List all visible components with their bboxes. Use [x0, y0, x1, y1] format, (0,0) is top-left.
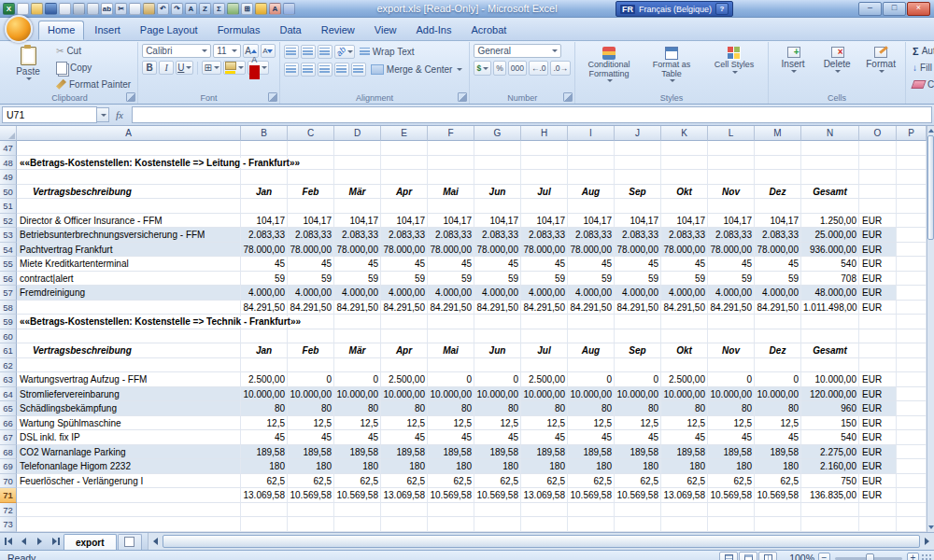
cell-J54[interactable]: 78.000,00: [615, 243, 661, 258]
cell-C47[interactable]: [288, 141, 334, 156]
cell-E52[interactable]: 104,17: [381, 214, 428, 229]
cell-D63[interactable]: 0: [334, 372, 381, 387]
cell-N70[interactable]: 750: [801, 474, 859, 489]
cell-K57[interactable]: 4.000,00: [661, 286, 708, 301]
cell-B69[interactable]: 180: [241, 459, 288, 474]
cell-F70[interactable]: 62,5: [428, 474, 474, 489]
cell-C68[interactable]: 189,58: [288, 445, 334, 460]
cell-P51[interactable]: [897, 199, 927, 214]
cell-G48[interactable]: [474, 156, 521, 171]
cell-I59[interactable]: [568, 315, 615, 329]
horizontal-scrollbar[interactable]: [148, 533, 934, 550]
cell-F68[interactable]: 189,58: [428, 445, 474, 460]
cell-F72[interactable]: [428, 503, 474, 518]
wrap-text-button[interactable]: Wrap Text: [357, 44, 417, 59]
cell-G50[interactable]: Jun: [474, 185, 521, 200]
cell-H66[interactable]: 12,5: [521, 416, 568, 431]
cell-B57[interactable]: 4.000,00: [241, 286, 288, 301]
cell-P61[interactable]: [897, 343, 927, 358]
qat-quick-print-icon[interactable]: [73, 3, 85, 15]
cell-P70[interactable]: [897, 474, 927, 489]
cell-H57[interactable]: 4.000,00: [521, 286, 568, 301]
cell-H56[interactable]: 59: [521, 272, 568, 287]
cell-L67[interactable]: 45: [708, 430, 755, 445]
row-header-56[interactable]: 56: [0, 272, 17, 287]
row-header-71[interactable]: 71: [0, 488, 17, 503]
cell-H71[interactable]: 13.069,58: [521, 488, 568, 503]
cell-E50[interactable]: Apr: [381, 185, 428, 200]
cell-J72[interactable]: [615, 503, 661, 518]
cell-E49[interactable]: [381, 170, 428, 185]
maximize-button[interactable]: □: [883, 2, 906, 16]
cell-D73[interactable]: [334, 517, 381, 532]
office-button[interactable]: [5, 15, 33, 43]
cell-D59[interactable]: [334, 315, 381, 329]
cell-P57[interactable]: [897, 286, 927, 301]
cell-I71[interactable]: 10.569,58: [568, 488, 615, 503]
column-header-A[interactable]: A: [17, 126, 241, 141]
cell-C60[interactable]: [288, 329, 334, 344]
qat-font-color-icon[interactable]: A: [269, 3, 281, 15]
cell-C55[interactable]: 45: [288, 257, 334, 272]
ribbon-tab-acrobat[interactable]: Acrobat: [461, 21, 516, 40]
cell-J64[interactable]: 10.000,00: [615, 387, 661, 402]
row-header-55[interactable]: 55: [0, 257, 17, 272]
qat-sort-ascending-icon[interactable]: A: [185, 3, 197, 15]
cell-O63[interactable]: EUR: [859, 372, 897, 387]
cell-F47[interactable]: [428, 141, 474, 156]
cell-J53[interactable]: 2.083,33: [615, 228, 661, 243]
format-as-table-button[interactable]: Format as Table: [642, 44, 701, 91]
cell-F67[interactable]: 45: [428, 430, 474, 445]
format-cells-button[interactable]: Format: [860, 44, 901, 91]
cell-D72[interactable]: [334, 503, 381, 518]
cell-K54[interactable]: 78.000,00: [661, 243, 708, 258]
cell-B72[interactable]: [241, 503, 288, 518]
cell-E48[interactable]: [381, 156, 428, 171]
cell-J57[interactable]: 4.000,00: [615, 286, 661, 301]
cell-N47[interactable]: [801, 141, 859, 156]
cell-C69[interactable]: 180: [288, 459, 334, 474]
cell-A60[interactable]: [17, 329, 241, 344]
cell-D55[interactable]: 45: [334, 257, 381, 272]
cell-G52[interactable]: 104,17: [474, 214, 521, 229]
cell-A57[interactable]: Fremdreinigung: [17, 286, 241, 301]
cell-O61[interactable]: [859, 343, 897, 358]
cell-P73[interactable]: [897, 517, 927, 532]
cell-K52[interactable]: 104,17: [661, 214, 708, 229]
cell-H70[interactable]: 62,5: [521, 474, 568, 489]
resize-grip[interactable]: [921, 553, 933, 560]
cell-L49[interactable]: [708, 170, 755, 185]
column-header-J[interactable]: J: [615, 126, 661, 141]
cell-O53[interactable]: EUR: [859, 228, 897, 243]
cell-O50[interactable]: [859, 185, 897, 200]
cell-A56[interactable]: contract|alert: [17, 272, 241, 287]
qat-redo-icon[interactable]: ↷: [171, 3, 183, 15]
cell-M59[interactable]: [755, 315, 801, 329]
cell-L56[interactable]: 59: [708, 272, 755, 287]
cell-F60[interactable]: [428, 329, 474, 344]
cell-N48[interactable]: [801, 156, 859, 171]
cell-O57[interactable]: EUR: [859, 286, 897, 301]
cell-G61[interactable]: Jun: [474, 343, 521, 358]
cell-G62[interactable]: [474, 358, 521, 373]
cell-M50[interactable]: Dez: [755, 185, 801, 200]
cell-D48[interactable]: [334, 156, 381, 171]
cell-C67[interactable]: 45: [288, 430, 334, 445]
cell-G60[interactable]: [474, 329, 521, 344]
cell-K68[interactable]: 189,58: [661, 445, 708, 460]
cell-C56[interactable]: 59: [288, 272, 334, 287]
cell-M47[interactable]: [755, 141, 801, 156]
cell-E67[interactable]: 45: [381, 430, 428, 445]
cell-A49[interactable]: [17, 170, 241, 185]
cell-B51[interactable]: [241, 199, 288, 214]
cell-D65[interactable]: 80: [334, 401, 381, 416]
row-header-60[interactable]: 60: [0, 329, 17, 344]
cell-J73[interactable]: [615, 517, 661, 532]
cell-P63[interactable]: [897, 372, 927, 387]
cell-H62[interactable]: [521, 358, 568, 373]
cell-J61[interactable]: Sep: [615, 343, 661, 358]
cell-K48[interactable]: [661, 156, 708, 171]
cell-J62[interactable]: [615, 358, 661, 373]
cell-M71[interactable]: 10.569,58: [755, 488, 801, 503]
scroll-track[interactable]: [927, 241, 934, 524]
